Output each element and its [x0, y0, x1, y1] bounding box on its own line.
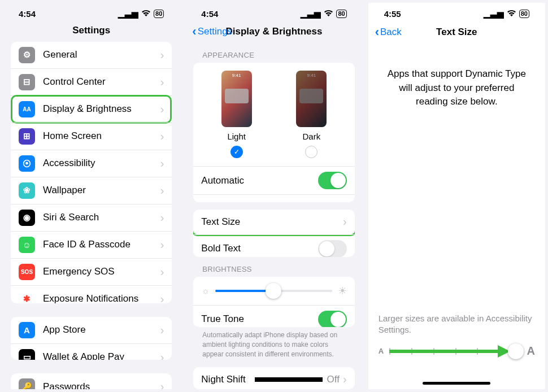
true-tone-row[interactable]: True Tone — [193, 305, 354, 327]
faceid-passcode-icon: ☺ — [19, 237, 35, 253]
status-bar: 4:55 ▁▃▅ 80 — [368, 3, 545, 20]
appearance-options: Light ✓ Dark — [193, 63, 354, 166]
text-size-slider[interactable] — [389, 350, 521, 352]
settings-group-2: AApp Store›▭Wallet & Apple Pay› — [11, 317, 172, 360]
chevron-right-icon: › — [160, 157, 164, 170]
settings-item-display-brightness[interactable]: AADisplay & Brightness› — [11, 95, 172, 123]
settings-item-wallpaper[interactable]: ❀Wallpaper› — [11, 177, 172, 204]
settings-item-wallet[interactable]: ▭Wallet & Apple Pay› — [11, 343, 172, 360]
status-bar: 4:54 ▁▃▅ 80 — [185, 3, 362, 20]
settings-item-app-store[interactable]: AApp Store› — [11, 317, 172, 343]
wifi-icon — [141, 9, 151, 19]
back-label: Settings — [198, 26, 232, 37]
text-group: Text Size › Bold Text — [193, 210, 354, 257]
appearance-label: Dark — [302, 132, 320, 141]
chevron-right-icon: › — [160, 130, 164, 143]
wallet-icon: ▭ — [19, 349, 35, 360]
large-a-icon: A — [527, 345, 535, 358]
display-brightness-icon: AA — [19, 101, 35, 117]
settings-item-faceid-passcode[interactable]: ☺Face ID & Passcode› — [11, 231, 172, 258]
automatic-row[interactable]: Automatic — [193, 166, 354, 194]
chevron-right-icon: › — [160, 76, 164, 89]
chevron-right-icon: › — [160, 380, 164, 389]
chevron-right-icon: › — [160, 49, 164, 62]
true-tone-toggle[interactable] — [318, 311, 347, 327]
chevron-right-icon: › — [160, 265, 164, 278]
appearance-light[interactable]: Light ✓ — [221, 71, 252, 158]
item-label: General — [43, 49, 160, 60]
chevron-right-icon: › — [160, 211, 164, 224]
back-button[interactable]: ‹Back — [375, 26, 402, 38]
battery-icon: 80 — [336, 10, 346, 18]
navbar: Settings — [3, 20, 180, 42]
back-label: Back — [380, 27, 402, 38]
chevron-right-icon: › — [160, 293, 164, 303]
item-label: Night Shift — [201, 374, 254, 385]
status-time: 4:54 — [201, 9, 218, 19]
item-label: Display & Brightness — [43, 103, 160, 115]
small-a-icon: A — [379, 347, 384, 355]
chevron-right-icon: › — [343, 201, 347, 202]
dark-preview — [296, 71, 327, 127]
settings-item-control-center[interactable]: ⊟Control Center› — [11, 68, 172, 95]
accessibility-icon: ⦿ — [19, 155, 35, 172]
text-size-note: Larger sizes are available in Accessibil… — [368, 313, 545, 336]
item-label: Passwords — [43, 381, 160, 389]
cellular-icon: ▁▃▅ — [301, 8, 321, 19]
settings-item-exposure[interactable]: ✱Exposure Notifications› — [11, 285, 172, 303]
text-size-screen: 4:55 ▁▃▅ 80 ‹Back Text Size Apps that su… — [368, 3, 545, 389]
appearance-dark[interactable]: Dark — [296, 71, 327, 158]
battery-icon: 80 — [154, 10, 164, 18]
automatic-toggle[interactable] — [318, 172, 347, 189]
text-size-row[interactable]: Text Size › — [193, 210, 354, 234]
chevron-right-icon: › — [160, 324, 164, 337]
night-shift-group: Night Shift Off › — [193, 367, 354, 389]
emergency-sos-icon: SOS — [19, 264, 35, 280]
cellular-icon: ▁▃▅ — [484, 8, 504, 19]
status-time: 4:55 — [384, 9, 401, 19]
battery-icon: 80 — [519, 10, 529, 18]
redaction — [255, 377, 323, 382]
item-label: Wallpaper — [43, 185, 160, 196]
item-label: Text Size — [201, 216, 343, 228]
chevron-right-icon: › — [343, 373, 347, 386]
item-label: Accessibility — [43, 158, 160, 169]
wifi-icon — [324, 9, 333, 19]
slider-thumb[interactable] — [508, 343, 524, 359]
arrow-annotation — [389, 350, 502, 353]
text-size-description: Apps that support Dynamic Type will adju… — [368, 45, 545, 132]
item-label: Emergency SOS — [43, 266, 160, 277]
brightness-header: Brightness — [185, 257, 362, 277]
settings-item-passwords[interactable]: 🔑Passwords› — [11, 373, 172, 389]
item-label: Automatic — [201, 175, 318, 186]
settings-item-home-screen[interactable]: ⊞Home Screen› — [11, 123, 172, 150]
brightness-slider[interactable] — [215, 290, 332, 292]
item-label: Exposure Notifications — [43, 293, 160, 303]
bold-text-row[interactable]: Bold Text — [193, 234, 354, 257]
status-right: ▁▃▅ 80 — [484, 8, 529, 19]
night-shift-row[interactable]: Night Shift Off › — [193, 367, 354, 389]
settings-group-1: ⚙General›⊟Control Center›AADisplay & Bri… — [11, 42, 172, 303]
settings-item-emergency-sos[interactable]: SOSEmergency SOS› — [11, 258, 172, 285]
chevron-right-icon: › — [160, 238, 164, 251]
status-time: 4:54 — [19, 9, 36, 19]
settings-item-general[interactable]: ⚙General› — [11, 42, 172, 68]
brightness-slider-row: ☼ ☀ — [193, 277, 354, 305]
home-screen-icon: ⊞ — [19, 128, 35, 145]
item-label: Bold Text — [201, 243, 318, 254]
chevron-right-icon: › — [160, 184, 164, 197]
chevron-left-icon: ‹ — [375, 26, 379, 38]
app-store-icon: A — [19, 322, 35, 338]
wifi-icon — [507, 9, 516, 19]
chevron-right-icon: › — [160, 351, 164, 360]
options-row[interactable]: Options Light Until Sunset › — [193, 194, 354, 202]
page-title: Settings — [3, 25, 180, 36]
settings-item-accessibility[interactable]: ⦿Accessibility› — [11, 150, 172, 177]
status-bar: 4:54 ▁▃▅ 80 — [3, 3, 180, 20]
appearance-label: Light — [227, 132, 246, 141]
settings-item-siri-search[interactable]: ◉Siri & Search› — [11, 204, 172, 231]
bold-text-toggle[interactable] — [318, 240, 347, 257]
wallpaper-icon: ❀ — [19, 182, 35, 199]
item-value: Off — [327, 374, 340, 385]
back-button[interactable]: ‹Settings — [192, 25, 232, 38]
